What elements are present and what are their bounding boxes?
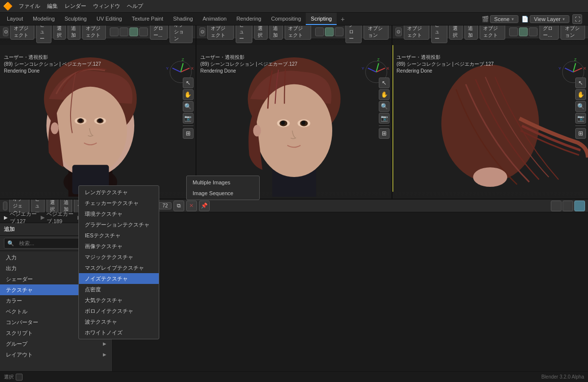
add-menu-group[interactable]: グループ ▶ bbox=[0, 338, 112, 349]
tab-compositing[interactable]: Compositing bbox=[266, 13, 306, 25]
scene-arrow: ▾ bbox=[512, 17, 514, 22]
vp2-shading1[interactable] bbox=[315, 27, 324, 36]
vp1-menu-btn[interactable]: ⊙ bbox=[3, 27, 8, 36]
tab-scripting[interactable]: Scripting bbox=[306, 13, 337, 25]
tex-sub-gradient[interactable]: グラデーションテクスチャ bbox=[79, 219, 159, 230]
vp3-tool-hand[interactable]: ✋ bbox=[575, 89, 586, 100]
vp1-tool-hand[interactable]: ✋ bbox=[183, 89, 194, 100]
vp1-select-btn[interactable]: 選択 bbox=[53, 25, 66, 40]
vp2-shading3[interactable] bbox=[335, 27, 343, 36]
vp1-shading-wire[interactable] bbox=[120, 27, 128, 36]
menu-file[interactable]: ファイル bbox=[16, 1, 43, 11]
tab-sculpting[interactable]: Sculpting bbox=[60, 13, 92, 25]
vp3-tool-grid[interactable]: ⊞ bbox=[575, 128, 586, 139]
vp2-tool-hand[interactable]: ✋ bbox=[379, 89, 390, 100]
vp2-tool-camera[interactable]: 📷 bbox=[379, 113, 390, 124]
vp3-obj-btn[interactable]: オブジェクト bbox=[404, 25, 429, 40]
vp1-tool-arrow[interactable]: ↖ bbox=[183, 77, 194, 88]
tab-animation[interactable]: Animation bbox=[198, 13, 232, 25]
ne-pin-btn[interactable]: 📌 bbox=[199, 201, 210, 211]
view-layer-selector[interactable]: View Layer ▾ bbox=[530, 15, 569, 23]
tex-sub-renga[interactable]: レンガテクスチャ bbox=[79, 187, 159, 198]
tab-layout[interactable]: Layout bbox=[2, 13, 28, 25]
tex-sub-wave[interactable]: 波テクスチャ bbox=[79, 316, 159, 327]
menu-window[interactable]: ウィンドウ bbox=[90, 1, 123, 11]
vp2-tool-arrow[interactable]: ↖ bbox=[379, 77, 390, 88]
ne-mat-count[interactable]: 72 bbox=[159, 202, 171, 209]
tex-sub-density[interactable]: 点密度 bbox=[79, 284, 159, 295]
menu-render[interactable]: レンダー bbox=[62, 1, 89, 11]
vp2-menu-btn[interactable]: ⊙ bbox=[199, 27, 206, 36]
vp2-view-btn[interactable]: ビュー bbox=[236, 25, 252, 43]
tab-modeling[interactable]: Modeling bbox=[28, 13, 60, 25]
tab-uv-editing[interactable]: UV Editing bbox=[92, 13, 127, 25]
tex-sub-sky[interactable]: 大気テクスチャ bbox=[79, 295, 159, 306]
vp2-obj-btn[interactable]: オブジェクト bbox=[207, 25, 234, 40]
vp2-object-btn[interactable]: オブジェクト bbox=[285, 25, 311, 40]
vp3-gizmo-btn[interactable]: グロー... bbox=[539, 25, 559, 40]
scene-selector[interactable]: Scene ▾ bbox=[490, 15, 518, 23]
menu-help[interactable]: ヘルプ bbox=[124, 1, 146, 11]
vp3-shading1[interactable] bbox=[509, 27, 518, 36]
tex-sub-ies[interactable]: IESテクスチャ bbox=[79, 230, 159, 241]
ne-menu-btn[interactable] bbox=[3, 202, 7, 210]
vp1-shading-mat[interactable] bbox=[139, 27, 148, 36]
status-icon bbox=[16, 374, 23, 381]
tex-sub-env[interactable]: 環境テクスチャ bbox=[79, 208, 159, 219]
vp3-object-btn[interactable]: オブジェクト bbox=[480, 25, 505, 40]
dropdown-multiple[interactable]: Multiple Images bbox=[187, 177, 259, 188]
vp1-view-btn[interactable]: ビュー bbox=[36, 25, 51, 43]
vp2-option-btn[interactable]: オプション bbox=[364, 25, 389, 40]
vp1-shading-solid[interactable] bbox=[110, 27, 119, 36]
vp3-tool-arrow[interactable]: ↖ bbox=[575, 77, 586, 88]
breadcrumb-item2[interactable]: ベジエカーブ.189 bbox=[47, 210, 75, 225]
vp3-option-btn[interactable]: オプション bbox=[561, 25, 585, 40]
tex-sub-checker[interactable]: チェッカーテクスチャ bbox=[79, 198, 159, 208]
vp3-view-btn[interactable]: ビュー bbox=[431, 25, 447, 43]
tab-rendering[interactable]: Rendering bbox=[231, 13, 266, 25]
vp1-add-btn[interactable]: 追加 bbox=[68, 25, 80, 40]
ne-tool2[interactable] bbox=[563, 201, 573, 211]
vp1-obj-btn[interactable]: オブジェクト bbox=[10, 25, 34, 40]
tex-sub-voronoi[interactable]: ボロノイテクスチャ bbox=[79, 306, 159, 316]
vp3-tool-zoom[interactable]: 🔍 bbox=[575, 101, 586, 112]
tab-shading[interactable]: Shading bbox=[168, 13, 197, 25]
tab-texture-paint[interactable]: Texture Paint bbox=[127, 13, 168, 25]
vp3-select-btn[interactable]: 選択 bbox=[449, 25, 463, 40]
ne-tool1[interactable] bbox=[551, 201, 562, 211]
dropdown-sequence[interactable]: Image Sequence bbox=[187, 188, 259, 199]
tab-add[interactable]: + bbox=[337, 13, 348, 25]
vp3-tool-camera[interactable]: 📷 bbox=[575, 113, 586, 124]
vp1-gizmo-btn[interactable]: グロー... bbox=[150, 25, 168, 40]
vp1-object-btn[interactable]: オブジェクト bbox=[82, 25, 106, 40]
vp2-tool-grid[interactable]: ⊞ bbox=[379, 128, 390, 139]
add-menu-layout[interactable]: レイアウト ▶ bbox=[0, 349, 112, 360]
fullscreen-btn[interactable]: ⛶ bbox=[572, 14, 582, 24]
ne-tool3[interactable] bbox=[574, 201, 585, 211]
vp2-tool-zoom[interactable]: 🔍 bbox=[379, 101, 390, 112]
tex-sub-magic[interactable]: マジックテクスチャ bbox=[79, 252, 159, 262]
tex-sub-noise[interactable]: ノイズテクスチャ bbox=[79, 273, 159, 284]
tex-sub-white[interactable]: ホワイトノイズ bbox=[79, 327, 159, 338]
vp2-add-btn[interactable]: 追加 bbox=[270, 25, 283, 40]
vp1-shading-render[interactable] bbox=[129, 27, 138, 36]
blender-logo[interactable]: 🔶 bbox=[3, 1, 13, 11]
tex-sub-image[interactable]: 画像テクスチャ bbox=[79, 241, 159, 252]
vp3-shading2[interactable] bbox=[519, 27, 528, 36]
vp1-tool-grid[interactable]: ⊞ bbox=[183, 128, 194, 139]
tex-sub-musgrave[interactable]: マスグレイブテクスチャ bbox=[79, 262, 159, 273]
ne-delete-btn[interactable]: ✕ bbox=[186, 201, 197, 211]
vp2-gizmo-btn[interactable]: グロー bbox=[345, 25, 362, 43]
breadcrumb-item1[interactable]: ベジエカーブ.127 bbox=[10, 210, 39, 225]
ne-copy-btn[interactable]: ⧉ bbox=[173, 201, 184, 211]
menu-edit[interactable]: 編集 bbox=[44, 1, 61, 11]
vp3-add-btn[interactable]: 追加 bbox=[465, 25, 478, 40]
vp1-tool-zoom[interactable]: 🔍 bbox=[183, 101, 194, 112]
vp2-shading2[interactable] bbox=[325, 27, 334, 36]
viewport-3-info: ユーザー・透視投影 (89) シーンコレクション | ベジエカーブ.127 Re… bbox=[396, 54, 493, 75]
vp3-menu-btn[interactable]: ⊙ bbox=[395, 27, 401, 36]
vp3-shading3[interactable] bbox=[529, 27, 538, 36]
vp1-tool-camera[interactable]: 📷 bbox=[183, 113, 194, 124]
vp2-select-btn[interactable]: 選択 bbox=[254, 25, 268, 40]
vp1-option-btn[interactable]: オプション bbox=[170, 25, 193, 43]
